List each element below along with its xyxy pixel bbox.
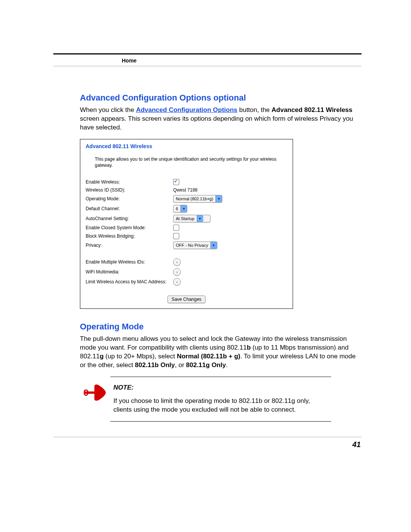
save-wrap: Save Changes xyxy=(86,296,287,303)
p2-e: (up to 20+ Mbps), select xyxy=(104,353,177,360)
top-rule xyxy=(53,53,362,54)
p2-k: . xyxy=(226,361,228,369)
p2-i: , or xyxy=(175,361,186,369)
intro-text-2: button, the xyxy=(237,106,272,113)
header-row: Home xyxy=(53,58,362,66)
row-enable-wireless: Enable Wireless: xyxy=(86,179,287,185)
note-text: If you choose to limit the operating mod… xyxy=(113,397,327,414)
select-autochannel-value: At Startup xyxy=(176,216,194,221)
p2-b: b xyxy=(247,344,250,351)
row-multi-ssid: Enable Multiple Wireless IDs: › xyxy=(86,258,287,266)
row-wmm: WiFi Multimedia: › xyxy=(86,268,287,276)
checkbox-block-bridging[interactable] xyxy=(173,233,179,239)
label-channel: Default Channel: xyxy=(86,206,173,211)
label-multi-ssid: Enable Multiple Wireless IDs: xyxy=(86,259,173,265)
select-privacy-value: OFF - No Privacy xyxy=(176,243,208,248)
checkbox-closed-system[interactable] xyxy=(173,225,179,231)
label-mac-limit: Limit Wireless Access by MAC Address: xyxy=(86,279,173,284)
p2-f: Normal (802.11b + g) xyxy=(177,353,241,360)
row-op-mode: Operating Mode: Normal (802.11b+g) ▾ xyxy=(86,195,287,203)
bottom-rule xyxy=(53,437,362,437)
row-closed-system: Enable Closed System Mode: xyxy=(86,225,287,231)
section-title-advanced: Advanced Configuration Options optional xyxy=(80,93,362,103)
op-mode-paragraph: The pull-down menu allows you to select … xyxy=(80,335,362,370)
row-channel: Default Channel: 6 ▾ xyxy=(86,205,287,212)
save-changes-button[interactable]: Save Changes xyxy=(167,296,206,303)
label-enable-wireless: Enable Wireless: xyxy=(86,179,173,185)
checkbox-enable-wireless[interactable] xyxy=(173,179,179,185)
chevron-down-icon: ▾ xyxy=(210,242,217,249)
note-block: NOTE: If you choose to limit the operati… xyxy=(84,384,362,414)
expand-multi-ssid-button[interactable]: › xyxy=(173,258,181,266)
panel-title: Advanced 802.11 Wireless xyxy=(86,143,287,149)
label-closed-system: Enable Closed System Mode: xyxy=(86,225,173,230)
label-wmm: WiFi Multimedia: xyxy=(86,269,173,275)
label-privacy: Privacy: xyxy=(86,243,173,248)
p2-j: 802.11g Only xyxy=(186,361,226,369)
expand-wmm-button[interactable]: › xyxy=(173,268,181,276)
p2-h: 802.11b Only xyxy=(135,361,175,369)
select-privacy[interactable]: OFF - No Privacy ▾ xyxy=(173,241,217,249)
row-autochannel: AutoChannel Setting: At Startup ▾ xyxy=(86,215,287,222)
row-privacy: Privacy: OFF - No Privacy ▾ xyxy=(86,241,287,249)
label-op-mode: Operating Mode: xyxy=(86,196,173,201)
label-ssid: Wireless ID (SSID): xyxy=(86,187,173,193)
section-title-op-mode: Operating Mode xyxy=(80,322,362,332)
value-ssid: Qwest 7188 xyxy=(173,187,198,193)
intro-text-1: When you click the xyxy=(80,106,136,113)
intro-paragraph: When you click the Advanced Configuratio… xyxy=(80,106,362,132)
panel-desc: This page allows you to set the unique i… xyxy=(95,156,287,168)
select-channel-value: 6 xyxy=(176,206,178,211)
document-page: Home Advanced Configuration Options opti… xyxy=(0,0,411,472)
row-block-bridging: Block Wireless Bridging: xyxy=(86,233,287,239)
note-rule-bottom xyxy=(110,421,331,422)
intro-bold: Advanced 802.11 Wireless xyxy=(272,106,352,113)
select-op-mode-value: Normal (802.11b+g) xyxy=(176,197,213,201)
expand-mac-limit-button[interactable]: › xyxy=(173,278,181,286)
note-body: NOTE: If you choose to limit the operati… xyxy=(113,384,327,414)
select-op-mode[interactable]: Normal (802.11b+g) ▾ xyxy=(173,195,222,203)
page-number: 41 xyxy=(53,440,362,449)
wireless-panel: Advanced 802.11 Wireless This page allow… xyxy=(80,139,293,309)
select-autochannel[interactable]: At Startup ▾ xyxy=(173,215,210,222)
breadcrumb: Home xyxy=(122,58,137,64)
pointing-hand-icon xyxy=(84,384,107,414)
row-mac-limit: Limit Wireless Access by MAC Address: › xyxy=(86,278,287,286)
row-ssid: Wireless ID (SSID): Qwest 7188 xyxy=(86,187,287,193)
note-label: NOTE: xyxy=(113,384,327,391)
p2-d: g xyxy=(100,353,104,360)
select-channel[interactable]: 6 ▾ xyxy=(173,205,187,212)
advanced-config-link[interactable]: Advanced Configuration Options xyxy=(136,106,237,113)
note-rule-top xyxy=(110,377,331,377)
chevron-down-icon: ▾ xyxy=(215,195,222,202)
label-autochannel: AutoChannel Setting: xyxy=(86,216,173,221)
content-area: Advanced Configuration Options optional … xyxy=(80,93,362,422)
chevron-down-icon: ▾ xyxy=(197,215,203,222)
intro-text-3: screen appears. This screen varies its o… xyxy=(80,115,353,131)
label-block-bridging: Block Wireless Bridging: xyxy=(86,233,173,239)
chevron-down-icon: ▾ xyxy=(180,205,187,212)
